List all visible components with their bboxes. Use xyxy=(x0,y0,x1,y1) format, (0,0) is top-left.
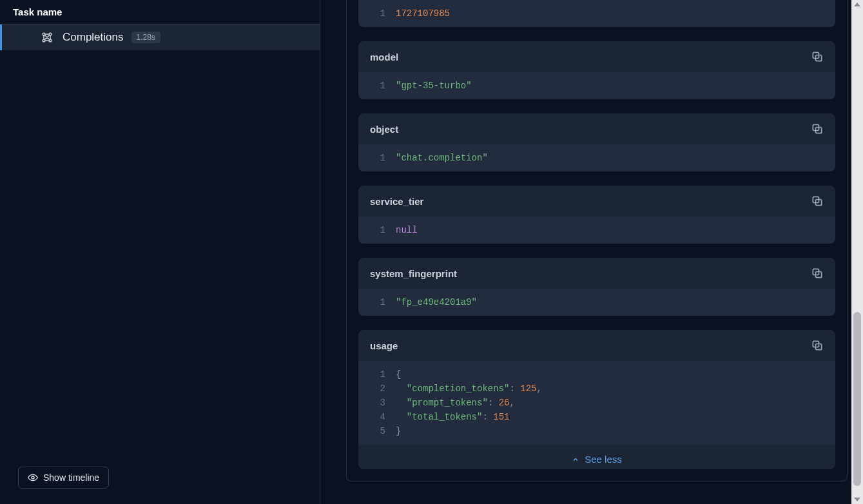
content-area: 1 1727107985 model 1 "gpt-35-turbo" xyxy=(346,0,848,481)
line-number: 1 xyxy=(370,223,385,237)
copy-button[interactable] xyxy=(811,339,824,352)
json-val: 125 xyxy=(520,383,536,394)
code-card-system-fingerprint: system_fingerprint 1 "fp_e49e4201a9" xyxy=(358,258,835,316)
code-line: 1 "gpt-35-turbo" xyxy=(370,79,824,93)
card-title: usage xyxy=(370,340,398,351)
line-number: 4 xyxy=(370,410,385,424)
vertical-scrollbar[interactable] xyxy=(851,0,863,504)
card-header: object xyxy=(358,113,835,144)
code-body: 1 "fp_e49e4201a9" xyxy=(358,289,835,316)
card-header: service_tier xyxy=(358,186,835,217)
code-value: "chat.completion" xyxy=(396,151,488,165)
chevron-up-icon xyxy=(572,456,579,463)
line-number: 5 xyxy=(370,424,385,438)
copy-button[interactable] xyxy=(811,50,824,63)
card-title: service_tier xyxy=(370,196,423,207)
code-body: 1 null xyxy=(358,217,835,244)
code-line: 1 "fp_e49e4201a9" xyxy=(370,295,824,309)
code-line: 5 } xyxy=(370,424,824,438)
code-body: 1 "gpt-35-turbo" xyxy=(358,72,835,99)
line-number: 1 xyxy=(370,295,385,309)
code-value: "gpt-35-turbo" xyxy=(396,79,472,93)
json-key: "total_tokens" xyxy=(407,412,483,422)
show-timeline-label: Show timeline xyxy=(43,472,99,483)
scroll-down-arrow-icon[interactable] xyxy=(854,498,860,501)
task-list: Completions 1.28s xyxy=(0,24,320,456)
svg-point-0 xyxy=(43,33,45,35)
scrollbar-thumb[interactable] xyxy=(853,312,861,486)
eye-icon xyxy=(28,472,38,483)
task-label: Completions xyxy=(63,31,124,44)
code-line: 1 1727107985 xyxy=(370,6,824,21)
code-card-model: model 1 "gpt-35-turbo" xyxy=(358,41,835,99)
code-line: 1 "chat.completion" xyxy=(370,151,824,165)
card-title: object xyxy=(370,124,398,135)
line-number: 3 xyxy=(370,396,385,410)
sidebar-header: Task name xyxy=(0,0,320,24)
code-line: 3 "prompt_tokens": 26, xyxy=(370,396,824,410)
line-number: 2 xyxy=(370,382,385,396)
line-number: 1 xyxy=(370,367,385,382)
code-body: 1 1727107985 xyxy=(358,0,835,27)
copy-button[interactable] xyxy=(811,122,824,135)
svg-point-1 xyxy=(49,33,52,35)
sidebar: Task name Completions 1.28s xyxy=(0,0,320,504)
see-less-label: See less xyxy=(585,454,622,465)
card-header: system_fingerprint xyxy=(358,258,835,289)
code-line: 1 { xyxy=(370,367,824,382)
brace: { xyxy=(396,367,401,382)
brace: } xyxy=(396,424,401,438)
code-body: 1 { 2 "completion_tokens": 125, 3 "promp… xyxy=(358,361,835,445)
completions-icon xyxy=(41,31,53,44)
code-value: "fp_e49e4201a9" xyxy=(396,295,477,309)
svg-point-4 xyxy=(32,476,34,479)
card-header: model xyxy=(358,41,835,72)
sidebar-footer: Show timeline xyxy=(0,456,320,504)
svg-point-3 xyxy=(49,39,52,42)
code-value: null xyxy=(396,223,418,237)
code-card-usage: usage 1 { 2 "completion_tokens": 125, 3 … xyxy=(358,330,835,469)
svg-point-2 xyxy=(43,39,45,42)
copy-button[interactable] xyxy=(811,195,824,208)
code-value: 1727107985 xyxy=(396,6,450,21)
code-line: 4 "total_tokens": 151 xyxy=(370,410,824,424)
code-line: 1 null xyxy=(370,223,824,237)
show-timeline-button[interactable]: Show timeline xyxy=(18,467,109,489)
copy-button[interactable] xyxy=(811,267,824,280)
code-body: 1 "chat.completion" xyxy=(358,144,835,171)
card-title: system_fingerprint xyxy=(370,268,457,279)
code-card-service-tier: service_tier 1 null xyxy=(358,186,835,244)
card-title: model xyxy=(370,52,398,63)
see-less-link[interactable]: See less xyxy=(572,454,622,465)
line-number: 1 xyxy=(370,79,385,93)
line-number: 1 xyxy=(370,151,385,165)
json-val: 26 xyxy=(499,398,510,408)
json-key: "prompt_tokens" xyxy=(407,398,488,408)
task-item-completions[interactable]: Completions 1.28s xyxy=(0,24,320,50)
json-key: "completion_tokens" xyxy=(407,383,510,394)
scroll-up-arrow-icon[interactable] xyxy=(854,3,860,6)
json-val: 151 xyxy=(493,412,509,422)
code-card-object: object 1 "chat.completion" xyxy=(358,113,835,171)
see-less-row: See less xyxy=(358,445,835,469)
code-line: 2 "completion_tokens": 125, xyxy=(370,382,824,396)
code-card-created: 1 1727107985 xyxy=(358,0,835,27)
main-panel: 1 1727107985 model 1 "gpt-35-turbo" xyxy=(320,0,863,504)
task-timing-badge: 1.28s xyxy=(131,32,160,43)
card-header: usage xyxy=(358,330,835,361)
line-number: 1 xyxy=(370,6,385,21)
